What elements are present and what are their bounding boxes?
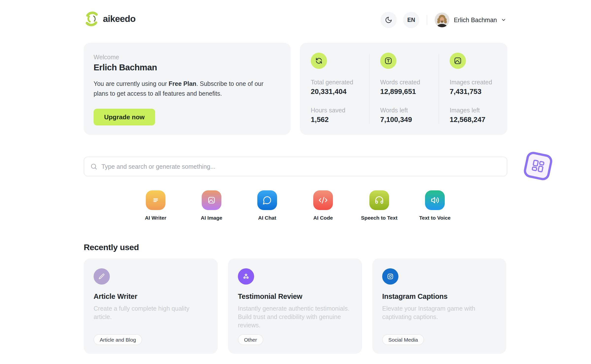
stat-column-words: Words created 12,899,651 Words left 7,10… <box>380 43 438 135</box>
stat-label: Words left <box>380 107 408 114</box>
type-icon <box>380 53 396 69</box>
language-button[interactable]: EN <box>403 12 419 28</box>
dashboard-sticker <box>523 151 554 182</box>
logo-swirl-icon <box>84 11 99 27</box>
search-bar <box>84 157 507 176</box>
tool-ai-writer[interactable]: AI Writer <box>131 190 180 221</box>
tool-speech-to-text[interactable]: Speech to Text <box>355 190 404 221</box>
stat-value: 7,431,753 <box>450 88 481 96</box>
card-tag: Other <box>238 334 263 345</box>
tool-label: Speech to Text <box>361 215 397 221</box>
welcome-user-name: Erlich Bachman <box>94 62 157 72</box>
tool-ai-code[interactable]: AI Code <box>298 190 348 221</box>
speaker-icon <box>425 190 445 210</box>
tool-text-to-voice[interactable]: Text to Voice <box>410 190 460 221</box>
avatar[interactable] <box>435 13 449 27</box>
chat-bubble-icon <box>257 190 277 210</box>
app-logo[interactable]: aikeedo <box>84 11 135 27</box>
card-tag: Social Media <box>382 334 424 345</box>
card-title: Testimonial Review <box>238 292 302 301</box>
layout-dashboard-icon <box>530 158 546 174</box>
headphones-icon <box>369 190 389 210</box>
welcome-card: Welcome Erlich Bachman You are currently… <box>84 43 291 135</box>
user-name[interactable]: Erlich Bachman <box>454 16 497 24</box>
dashboard-page: aikeedo EN <box>0 0 591 364</box>
stat-column-generated: Total generated 20,331,404 Hours saved 1… <box>311 43 369 135</box>
recently-used-heading: Recently used <box>84 243 139 252</box>
stats-divider <box>369 54 370 124</box>
moon-icon <box>385 16 392 24</box>
tool-label: Text to Voice <box>419 215 451 221</box>
tool-ai-chat[interactable]: AI Chat <box>243 190 292 221</box>
header-divider <box>427 15 427 25</box>
card-tag: Article and Blog <box>94 334 142 345</box>
recent-card-testimonial-review[interactable]: Testimonial Review Instantly generate au… <box>228 258 362 354</box>
welcome-label: Welcome <box>94 54 119 61</box>
image-icon <box>450 53 466 69</box>
instagram-icon <box>382 268 398 285</box>
stat-label: Total generated <box>311 79 353 86</box>
tool-label: AI Writer <box>145 215 166 221</box>
stat-value: 12,568,247 <box>450 116 485 124</box>
card-description: Create a fully complete high quality art… <box>94 304 208 321</box>
logo-text: aikeedo <box>103 14 135 24</box>
card-description: Instantly generate authentic testimonial… <box>238 304 353 329</box>
tool-label: AI Image <box>201 215 222 221</box>
card-title: Article Writer <box>94 292 137 301</box>
tool-label: AI Code <box>313 215 333 221</box>
pencil-icon <box>94 268 110 285</box>
card-description: Elevate your Instagram game with captiva… <box>382 304 497 321</box>
plan-name: Free Plan <box>169 80 197 87</box>
search-icon <box>90 163 98 170</box>
stat-value: 12,899,651 <box>380 88 416 96</box>
stat-label: Words created <box>380 79 420 86</box>
stars-icon <box>238 268 254 285</box>
recent-card-instagram-captions[interactable]: Instagram Captions Elevate your Instagra… <box>372 258 506 354</box>
refresh-icon <box>311 53 327 69</box>
stat-value: 20,331,404 <box>311 88 346 96</box>
search-input[interactable] <box>101 157 507 176</box>
stat-label: Hours saved <box>311 107 345 114</box>
tool-label: AI Chat <box>258 215 276 221</box>
stat-value: 1,562 <box>311 116 329 124</box>
text-lines-icon <box>146 190 165 210</box>
upgrade-button[interactable]: Upgrade now <box>94 109 155 125</box>
stats-divider <box>439 54 439 124</box>
tool-ai-image[interactable]: AI Image <box>187 190 236 221</box>
avatar-image <box>435 13 449 27</box>
stat-value: 7,100,349 <box>380 116 412 124</box>
plan-message: You are currently using our Free Plan. S… <box>94 79 280 98</box>
recent-card-article-writer[interactable]: Article Writer Create a fully complete h… <box>84 258 218 354</box>
card-title: Instagram Captions <box>382 292 447 301</box>
stat-label: Images created <box>450 79 492 86</box>
image-icon <box>202 190 221 210</box>
code-icon <box>313 190 333 210</box>
chevron-down-icon[interactable] <box>501 17 506 23</box>
dark-mode-button[interactable] <box>380 12 397 28</box>
header-actions: EN Erlich Bachman <box>380 12 506 28</box>
stat-label: Images left <box>450 107 480 114</box>
usage-stats-card: Total generated 20,331,404 Hours saved 1… <box>300 43 507 135</box>
stat-column-images: Images created 7,431,753 Images left 12,… <box>450 43 508 135</box>
